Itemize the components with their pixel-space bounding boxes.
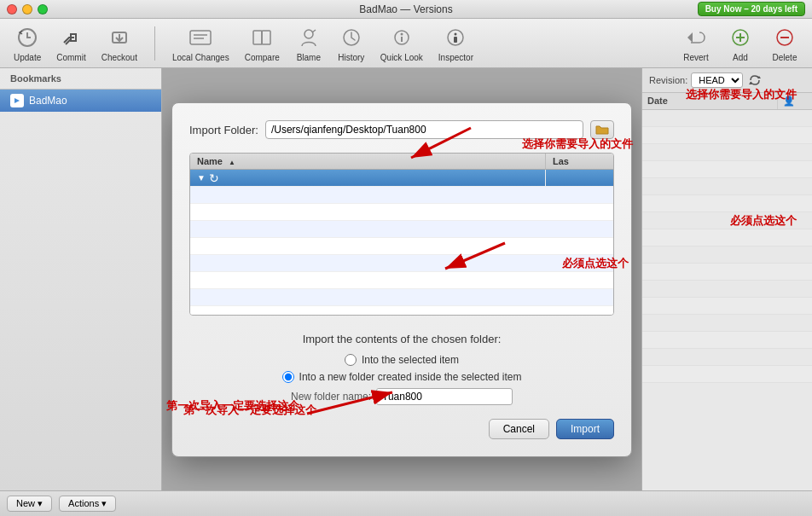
right-panel-row [642,229,812,246]
commit-button[interactable]: Commit [49,20,92,66]
delete-button[interactable]: Delete [764,20,805,66]
toolbar-sep-1 [154,26,155,61]
right-panel-row [642,332,812,349]
option1-label: Into the selected item [362,354,459,366]
import-folder-label: Import Folder: [189,124,258,136]
bottom-bar: New ▾ Actions ▾ [0,490,812,516]
new-folder-label: New folder name: [291,391,371,403]
sidebar-item-label: BadMao [29,95,67,107]
table-row[interactable] [190,255,613,272]
import-dialog: Import Folder: Name ▲ [171,102,632,457]
update-label: Update [14,53,41,62]
window-controls [7,4,48,14]
table-row[interactable] [190,204,613,221]
new-folder-row: New folder name: [291,388,513,405]
quick-look-label: Quick Look [380,53,423,62]
local-changes-button[interactable]: Local Changes [165,20,236,66]
revert-button[interactable]: Revert [676,20,716,66]
file-table-body: ▼ ↻ [190,170,613,315]
compare-icon [248,24,276,51]
options-title: Import the contents of the chosen folder… [189,333,614,345]
right-panel-row [642,246,812,264]
import-button[interactable]: Import [556,419,614,439]
main-area: Bookmarks BadMao Import Folder: [0,68,812,490]
svg-rect-7 [262,31,270,44]
browse-folder-button[interactable] [590,120,614,139]
date-col: Date [642,93,778,109]
revision-label: Revision: [649,75,687,85]
right-panel-row [642,349,812,366]
svg-rect-16 [454,37,457,43]
right-panel-toolbar: Revision: HEAD [642,68,812,93]
quick-look-button[interactable]: Quick Look [374,20,430,66]
options-section: Import the contents of the chosen folder… [189,333,614,405]
author-col: 👤 [778,93,812,109]
checkout-button[interactable]: Checkout [95,20,144,66]
toolbar: Update Commit Checkout [0,19,812,68]
table-row[interactable] [190,187,613,204]
history-icon [338,24,365,51]
right-panel-row [642,212,812,229]
option2-radio[interactable] [282,371,294,383]
delete-icon [771,24,798,51]
history-button[interactable]: History [331,20,372,66]
compare-button[interactable]: Compare [238,20,287,66]
refresh-button[interactable] [746,72,763,89]
import-folder-input[interactable] [265,120,583,139]
table-row[interactable] [190,289,613,306]
table-row[interactable]: ▼ ↻ [190,170,613,187]
compare-label: Compare [245,53,280,62]
sidebar-item-badmao[interactable]: BadMao [0,90,161,112]
name-column-header: Name ▲ [190,154,545,169]
svg-line-9 [312,30,316,32]
dialog-buttons: Cancel Import [189,419,614,439]
close-button[interactable] [7,4,17,14]
blame-label: Blame [297,53,321,62]
right-panel-row [642,161,812,178]
svg-point-12 [400,33,403,36]
new-button[interactable]: New ▾ [7,496,52,512]
right-panel-row [642,195,812,212]
blame-icon [295,24,322,51]
option2-row: Into a new folder created inside the sel… [282,371,522,383]
add-button[interactable]: Add [720,20,761,66]
revert-label: Revert [683,53,708,62]
right-panel-rows [642,110,812,490]
inspector-button[interactable]: Inspector [432,20,480,66]
right-panel-row [642,144,812,161]
revision-select[interactable]: HEAD [691,72,743,88]
option1-row: Into the selected item [345,354,459,366]
toolbar-left-group: Update Commit Checkout [7,20,144,66]
quick-look-icon [388,24,415,51]
inspector-label: Inspector [438,53,473,62]
svg-point-15 [455,33,457,36]
blame-button[interactable]: Blame [288,20,329,66]
table-cell-last [545,170,613,186]
modal-overlay: Import Folder: Name ▲ [162,68,641,490]
checkout-label: Checkout [102,53,137,62]
table-cell-name: ▼ ↻ [190,170,545,186]
last-column-header: Las [545,154,613,169]
option1-radio[interactable] [345,354,357,366]
table-row[interactable] [190,238,613,255]
inspector-icon [442,24,469,51]
file-table-header: Name ▲ Las [190,154,613,170]
history-label: History [338,53,364,62]
minimize-button[interactable] [22,4,32,14]
maximize-button[interactable] [38,4,48,14]
table-row[interactable] [190,272,613,289]
cancel-button[interactable]: Cancel [489,419,549,439]
local-changes-label: Local Changes [172,53,229,62]
right-panel-row [642,281,812,298]
new-folder-name-input[interactable] [376,388,513,405]
buy-now-button[interactable]: Buy Now – 20 days left [698,2,805,16]
update-button[interactable]: Update [7,20,48,66]
table-row[interactable] [190,221,613,238]
import-folder-row: Import Folder: [189,120,614,139]
commit-label: Commit [56,53,85,62]
checkout-icon [106,24,133,51]
actions-button[interactable]: Actions ▾ [59,496,116,512]
toolbar-right-group: Revert Add Delete [676,20,805,66]
repository-icon [10,94,24,107]
right-panel-row [642,110,812,127]
